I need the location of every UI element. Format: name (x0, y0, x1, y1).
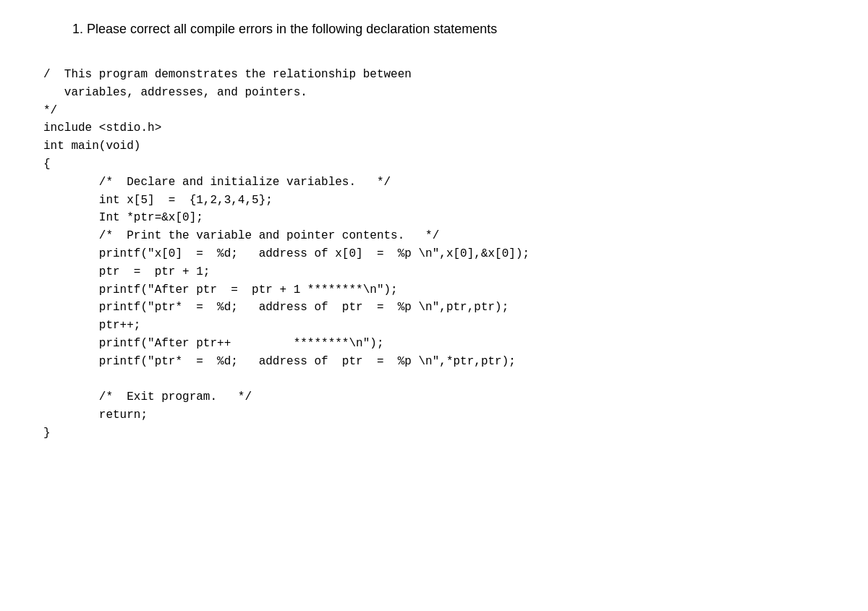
code-line (43, 371, 839, 389)
question-header: 1. Please correct all compile errors in … (72, 22, 839, 37)
code-line: /* Print the variable and pointer conten… (43, 227, 839, 245)
code-line: /* Declare and initialize variables. */ (43, 174, 839, 192)
code-line: int main(void) (43, 137, 839, 155)
code-line: Int *ptr=&x[0]; (43, 209, 839, 227)
code-line: return; (43, 406, 839, 424)
code-line: variables, addresses, and pointers. (43, 84, 839, 102)
code-line: printf("After ptr = ptr + 1 ********\n")… (43, 281, 839, 299)
code-line: ptr++; (43, 317, 839, 335)
code-line: /* Exit program. */ (43, 388, 839, 406)
code-line: ptr = ptr + 1; (43, 263, 839, 281)
code-line: printf("After ptr++ ********\n"); (43, 335, 839, 353)
code-line: printf("ptr* = %d; address of ptr = %p \… (43, 299, 839, 317)
question-text: Please correct all compile errors in the… (87, 22, 497, 36)
code-line: int x[5] = {1,2,3,4,5}; (43, 192, 839, 210)
code-block: / This program demonstrates the relation… (43, 66, 839, 443)
code-line: printf("x[0] = %d; address of x[0] = %p … (43, 245, 839, 263)
code-line: printf("ptr* = %d; address of ptr = %p \… (43, 353, 839, 371)
code-line: / This program demonstrates the relation… (43, 66, 839, 84)
code-line: } (43, 424, 839, 443)
code-line: { (43, 155, 839, 174)
code-line: */ (43, 102, 839, 120)
code-line: include <stdio.h> (43, 119, 839, 137)
question-number: 1. (72, 22, 83, 36)
